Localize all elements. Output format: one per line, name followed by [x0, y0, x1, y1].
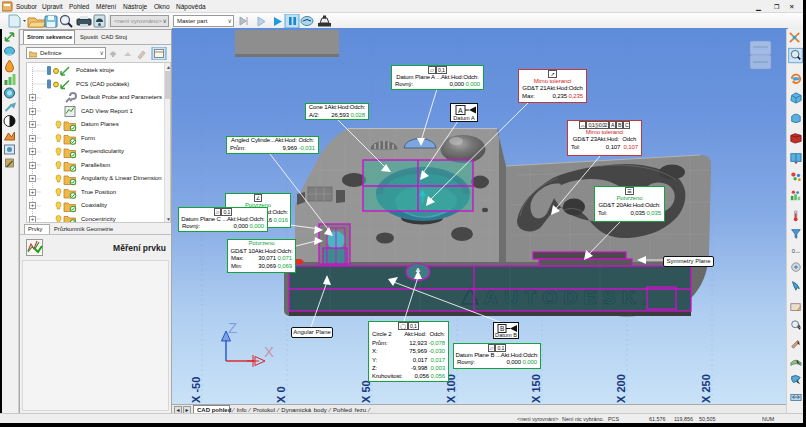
svg-text:X: X [264, 343, 274, 360]
svg-text:X 50: X 50 [360, 380, 372, 403]
svg-text:X -50: X -50 [190, 377, 202, 403]
svg-text:X 250: X 250 [700, 374, 712, 403]
svg-text:B: B [500, 325, 504, 332]
svg-text:A: A [458, 107, 463, 114]
svg-text:0↔: 0↔ [792, 248, 801, 254]
svg-text:Z: Z [228, 319, 237, 336]
svg-text:X 150: X 150 [530, 374, 542, 403]
svg-text:X 200: X 200 [615, 374, 627, 403]
svg-text:X 0: X 0 [275, 386, 287, 403]
